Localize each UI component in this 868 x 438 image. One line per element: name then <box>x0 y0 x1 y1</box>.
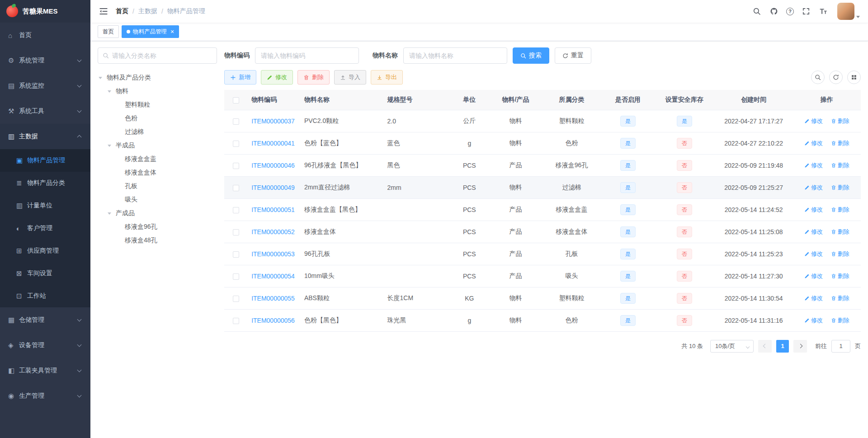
tree-node[interactable]: 塑料颗粒 <box>98 98 217 112</box>
tree-expand-icon[interactable] <box>99 77 107 79</box>
toggle-search-icon[interactable] <box>811 71 825 84</box>
sidebar-subitem[interactable]: ◐ 客户管理 <box>0 217 90 240</box>
sidebar-item[interactable]: ◈ 设备管理 <box>0 333 90 358</box>
row-checkbox[interactable] <box>233 251 239 258</box>
reset-button[interactable]: 重置 <box>555 47 591 64</box>
sidebar-item[interactable]: ▦ 仓储管理 <box>0 307 90 333</box>
row-checkbox[interactable] <box>233 296 239 302</box>
row-edit-button[interactable]: 修改 <box>804 294 823 302</box>
tree-expand-icon[interactable] <box>108 212 116 215</box>
row-edit-button[interactable]: 修改 <box>804 228 823 236</box>
tree-node[interactable]: 半成品 <box>98 139 217 152</box>
row-delete-button[interactable]: 删除 <box>831 139 849 147</box>
sidebar-subitem[interactable]: ≣ 物料产品分类 <box>0 172 90 194</box>
breadcrumb-home[interactable]: 首页 <box>116 7 128 15</box>
row-edit-button[interactable]: 修改 <box>804 250 823 258</box>
goto-page-input[interactable] <box>831 340 850 353</box>
edit-button[interactable]: 修改 <box>261 70 293 85</box>
current-page-button[interactable]: 1 <box>776 340 789 353</box>
breadcrumb-master-data[interactable]: 主数据 <box>138 7 157 15</box>
tree-node[interactable]: 移液盒盒体 <box>98 166 217 179</box>
prev-page-button[interactable] <box>758 340 772 353</box>
search-icon[interactable] <box>752 6 762 16</box>
next-page-button[interactable] <box>793 340 807 353</box>
row-checkbox[interactable] <box>233 118 239 125</box>
refresh-icon[interactable] <box>829 71 843 84</box>
sidebar-subitem[interactable]: ⊡ 工作站 <box>0 285 90 307</box>
github-icon[interactable] <box>769 6 779 16</box>
material-code-input[interactable] <box>255 47 359 64</box>
sidebar-item[interactable]: ⌂ 首页 <box>0 23 90 48</box>
row-delete-button[interactable]: 删除 <box>831 117 849 125</box>
item-code-link[interactable]: ITEM00000046 <box>251 162 295 169</box>
row-delete-button[interactable]: 删除 <box>831 161 849 170</box>
sidebar-item[interactable]: ⚙ 系统管理 <box>0 48 90 73</box>
item-code-link[interactable]: ITEM00000052 <box>251 228 295 235</box>
category-search-input[interactable] <box>112 52 212 59</box>
row-checkbox[interactable] <box>233 163 239 169</box>
app-logo[interactable]: 苦糖果MES <box>0 0 90 23</box>
tree-node[interactable]: 物料及产品分类 <box>98 71 217 85</box>
tree-expand-icon[interactable] <box>108 90 116 93</box>
sidebar-subitem[interactable]: ⊠ 车间设置 <box>0 262 90 285</box>
row-edit-button[interactable]: 修改 <box>804 184 823 192</box>
row-checkbox[interactable] <box>233 207 239 213</box>
item-code-link[interactable]: ITEM00000055 <box>251 295 295 302</box>
sidebar-item[interactable]: ⚒ 系统工具 <box>0 99 90 124</box>
row-edit-button[interactable]: 修改 <box>804 272 823 280</box>
row-checkbox[interactable] <box>233 229 239 235</box>
sidebar-subitem[interactable]: ⊞ 供应商管理 <box>0 240 90 262</box>
row-edit-button[interactable]: 修改 <box>804 206 823 214</box>
row-edit-button[interactable]: 修改 <box>804 161 823 170</box>
item-code-link[interactable]: ITEM00000037 <box>251 118 295 125</box>
help-icon[interactable] <box>786 8 794 15</box>
delete-button[interactable]: 删除 <box>297 70 330 85</box>
item-code-link[interactable]: ITEM00000051 <box>251 206 295 213</box>
tree-node[interactable]: 移液盒48孔 <box>98 234 217 247</box>
item-code-link[interactable]: ITEM00000054 <box>251 273 295 280</box>
row-edit-button[interactable]: 修改 <box>804 117 823 125</box>
select-all-checkbox[interactable] <box>233 97 239 104</box>
row-edit-button[interactable]: 修改 <box>804 316 823 325</box>
tree-node[interactable]: 色粉 <box>98 112 217 125</box>
sidebar-item-master-data[interactable]: ▥ 主数据 <box>0 124 90 149</box>
tree-node[interactable]: 孔板 <box>98 179 217 193</box>
row-checkbox[interactable] <box>233 318 239 324</box>
font-size-icon[interactable] <box>818 6 828 16</box>
column-settings-icon[interactable] <box>847 71 861 84</box>
sidebar-item[interactable]: ◉ 生产管理 <box>0 383 90 409</box>
row-delete-button[interactable]: 删除 <box>831 294 849 302</box>
tree-node[interactable]: 移液盒96孔 <box>98 220 217 234</box>
item-code-link[interactable]: ITEM00000041 <box>251 140 295 147</box>
tree-node[interactable]: 吸头 <box>98 193 217 207</box>
material-name-input[interactable] <box>403 47 507 64</box>
sidebar-subitem[interactable]: ▥ 计量单位 <box>0 194 90 217</box>
tree-node[interactable]: 移液盒盒盖 <box>98 152 217 166</box>
row-delete-button[interactable]: 删除 <box>831 184 849 192</box>
item-code-link[interactable]: ITEM00000056 <box>251 317 295 324</box>
tree-node[interactable]: 过滤棉 <box>98 125 217 139</box>
tree-node[interactable]: 物料 <box>98 85 217 98</box>
row-delete-button[interactable]: 删除 <box>831 228 849 236</box>
row-delete-button[interactable]: 删除 <box>831 272 849 280</box>
hamburger-icon[interactable] <box>99 6 108 16</box>
sidebar-subitem[interactable]: ▣ 物料产品管理 <box>0 149 90 172</box>
row-delete-button[interactable]: 删除 <box>831 250 849 258</box>
import-button[interactable]: 导入 <box>334 70 366 85</box>
tab-home[interactable]: 首页 <box>98 25 119 38</box>
fullscreen-icon[interactable] <box>801 6 811 16</box>
export-button[interactable]: 导出 <box>371 70 403 85</box>
sidebar-item[interactable]: ▤ 系统监控 <box>0 73 90 99</box>
row-checkbox[interactable] <box>233 273 239 280</box>
tree-node[interactable]: 产成品 <box>98 207 217 220</box>
row-delete-button[interactable]: 删除 <box>831 206 849 214</box>
tab-material-product-management[interactable]: 物料产品管理 × <box>122 25 179 38</box>
search-button[interactable]: 搜索 <box>513 47 549 64</box>
tree-expand-icon[interactable] <box>108 145 116 147</box>
row-delete-button[interactable]: 删除 <box>831 316 849 325</box>
row-checkbox[interactable] <box>233 185 239 191</box>
item-code-link[interactable]: ITEM00000049 <box>251 184 295 191</box>
page-size-select[interactable]: 10条/页 <box>710 340 754 353</box>
user-menu[interactable] <box>837 3 860 20</box>
row-edit-button[interactable]: 修改 <box>804 139 823 147</box>
